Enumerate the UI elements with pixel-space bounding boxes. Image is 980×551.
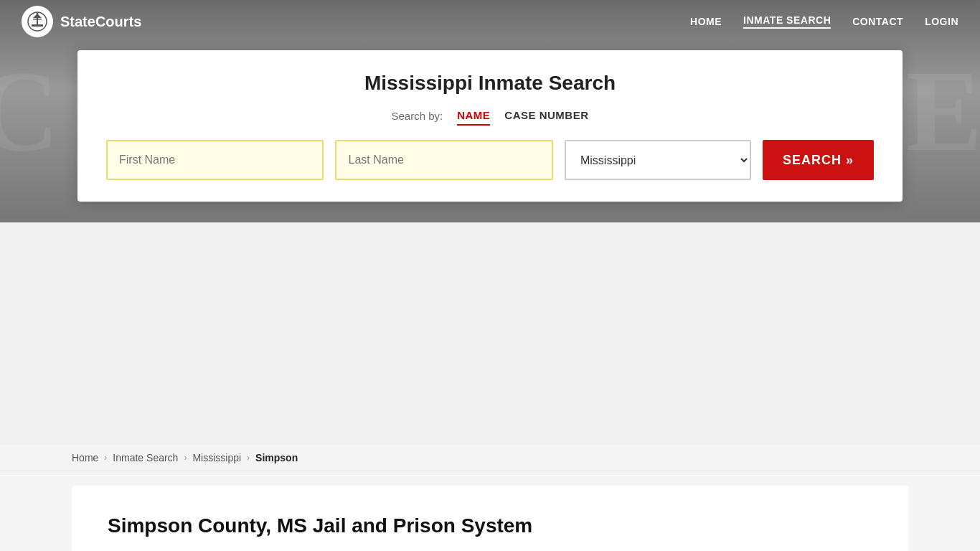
breadcrumb-sep-3: › xyxy=(247,453,250,463)
breadcrumb-sep-1: › xyxy=(104,453,107,463)
content-card: Simpson County, MS Jail and Prison Syste… xyxy=(72,486,908,551)
breadcrumb-home[interactable]: Home xyxy=(72,452,98,463)
breadcrumb-sep-2: › xyxy=(184,453,187,463)
first-name-input[interactable] xyxy=(106,140,324,180)
search-button[interactable]: SEARCH » xyxy=(763,140,874,180)
search-by-row: Search by: NAME CASE NUMBER xyxy=(106,106,874,126)
nav-links: HOME INMATE SEARCH CONTACT LOGIN xyxy=(690,14,958,29)
logo-link[interactable]: StateCourts xyxy=(22,6,141,37)
last-name-input[interactable] xyxy=(335,140,552,180)
nav-login[interactable]: LOGIN xyxy=(925,16,958,27)
tab-name[interactable]: NAME xyxy=(457,106,490,126)
logo-icon xyxy=(22,6,53,37)
nav-home[interactable]: HOME xyxy=(690,16,722,27)
breadcrumb-mississippi[interactable]: Mississippi xyxy=(192,452,241,463)
logo-name: StateCourts xyxy=(60,14,141,30)
county-title: Simpson County, MS Jail and Prison Syste… xyxy=(108,514,872,537)
svg-rect-1 xyxy=(32,24,43,27)
nav-contact[interactable]: CONTACT xyxy=(852,16,903,27)
search-inputs-row: Mississippi Alabama Arkansas Louisiana T… xyxy=(106,140,874,180)
state-select[interactable]: Mississippi Alabama Arkansas Louisiana T… xyxy=(565,140,751,180)
content-area: Simpson County, MS Jail and Prison Syste… xyxy=(0,471,980,551)
nav-bar: StateCourts HOME INMATE SEARCH CONTACT L… xyxy=(0,0,980,43)
svg-rect-3 xyxy=(33,19,42,20)
tab-case-number[interactable]: CASE NUMBER xyxy=(504,106,588,126)
search-card-title: Mississippi Inmate Search xyxy=(106,72,874,95)
nav-inmate-search[interactable]: INMATE SEARCH xyxy=(743,14,831,29)
svg-point-5 xyxy=(37,13,39,15)
breadcrumb-inmate-search[interactable]: Inmate Search xyxy=(113,452,178,463)
search-by-label: Search by: xyxy=(391,110,443,122)
search-card: Mississippi Inmate Search Search by: NAM… xyxy=(77,50,903,202)
header: COURTHOUSE StateCourts HOME INMATE SEARC… xyxy=(0,0,980,222)
breadcrumb-current: Simpson xyxy=(255,452,298,463)
breadcrumb: Home › Inmate Search › Mississippi › Sim… xyxy=(0,445,980,471)
